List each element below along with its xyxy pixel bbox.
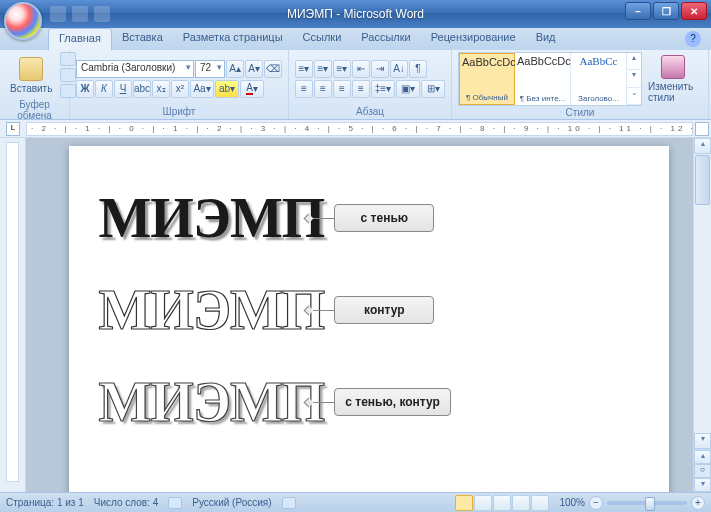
help-icon[interactable]: ? [685, 31, 701, 47]
tab-home[interactable]: Главная [48, 28, 112, 50]
font-color-button[interactable]: A▾ [240, 80, 264, 98]
indent-button[interactable]: ⇥ [371, 60, 389, 78]
prev-page-icon[interactable]: ▴ [694, 450, 711, 464]
status-page[interactable]: Страница: 1 из 1 [6, 497, 84, 508]
numbering-button[interactable]: ≡▾ [314, 60, 332, 78]
group-label-font: Шрифт [76, 105, 282, 119]
ruler-toggle-icon[interactable] [695, 122, 709, 136]
bullets-button[interactable]: ≡▾ [295, 60, 313, 78]
redo-icon[interactable] [94, 6, 110, 22]
web-layout-view[interactable] [493, 495, 511, 511]
sample-outline[interactable]: МИЭМП [99, 278, 325, 342]
tab-layout[interactable]: Разметка страницы [173, 28, 293, 50]
zoom-slider[interactable] [607, 501, 687, 505]
align-center-button[interactable]: ≡ [314, 80, 332, 98]
tab-mailings[interactable]: Рассылки [351, 28, 420, 50]
change-styles-icon [661, 55, 685, 79]
zoom-in-button[interactable]: + [691, 496, 705, 510]
draft-view[interactable] [531, 495, 549, 511]
title-bar: МИЭМП - Microsoft Word – ❐ ✕ [0, 0, 711, 28]
status-macro[interactable] [282, 497, 296, 509]
group-label-styles: Стили [458, 106, 702, 120]
shading-button[interactable]: ▣▾ [396, 80, 420, 98]
callout-shadow[interactable]: с тенью [334, 204, 434, 232]
proofing-icon [168, 497, 182, 509]
view-buttons [455, 495, 549, 511]
status-words[interactable]: Число слов: 4 [94, 497, 158, 508]
show-marks-button[interactable]: ¶ [409, 60, 427, 78]
group-paragraph: ≡▾ ≡▾ ≡▾ ⇤ ⇥ A↓ ¶ ≡ ≡ ≡ ≡ ‡≡▾ ▣▾ ⊞▾ [289, 50, 452, 119]
scroll-up-icon[interactable]: ▴ [694, 138, 711, 154]
sample-shadow-outline[interactable]: МИЭМП [99, 370, 325, 434]
change-case-button[interactable]: Aa▾ [190, 80, 214, 98]
group-label-paragraph: Абзац [295, 105, 445, 119]
italic-button[interactable]: К [95, 80, 113, 98]
align-right-button[interactable]: ≡ [333, 80, 351, 98]
gallery-scroll[interactable]: ▴▾⌄ [627, 53, 641, 105]
superscript-button[interactable]: x² [171, 80, 189, 98]
browse-select-icon[interactable]: ○ [694, 464, 711, 478]
callout-outline[interactable]: контур [334, 296, 434, 324]
ribbon-tabs: Главная Вставка Разметка страницы Ссылки… [0, 28, 711, 50]
shrink-font-button[interactable]: A▾ [245, 60, 263, 78]
tab-references[interactable]: Ссылки [293, 28, 352, 50]
grow-font-button[interactable]: A▴ [226, 60, 244, 78]
sample-shadow[interactable]: МИЭМП [99, 186, 325, 250]
style-normal[interactable]: AaBbCcDc ¶ Обычный [459, 53, 515, 105]
outline-view[interactable] [512, 495, 530, 511]
next-page-icon[interactable]: ▾ [694, 478, 711, 492]
sort-button[interactable]: A↓ [390, 60, 408, 78]
borders-button[interactable]: ⊞▾ [421, 80, 445, 98]
full-screen-view[interactable] [474, 495, 492, 511]
office-button[interactable] [4, 2, 42, 40]
group-styles: AaBbCcDc ¶ Обычный AaBbCcDc ¶ Без инте..… [452, 50, 709, 119]
vertical-ruler[interactable] [0, 138, 26, 492]
print-layout-view[interactable] [455, 495, 473, 511]
paste-button[interactable]: Вставить [6, 55, 56, 96]
vertical-scrollbar[interactable]: ▴ ▾ ▴ ○ ▾ [693, 138, 711, 492]
zoom-control: 100% − + [559, 496, 705, 510]
tab-selector[interactable]: L [6, 122, 20, 136]
maximize-button[interactable]: ❐ [653, 2, 679, 20]
status-proofing[interactable] [168, 497, 182, 509]
status-language[interactable]: Русский (Россия) [192, 497, 271, 508]
undo-icon[interactable] [72, 6, 88, 22]
page-viewport[interactable]: МИЭМП с тенью МИЭМП контур МИЭМП с тенью… [26, 138, 711, 492]
justify-button[interactable]: ≡ [352, 80, 370, 98]
line-spacing-button[interactable]: ‡≡▾ [371, 80, 395, 98]
ruler-bar: L · 2 · | · 1 · | · 0 · | · 1 · | · 2 · … [0, 120, 711, 138]
minimize-button[interactable]: – [625, 2, 651, 20]
callout-both[interactable]: с тенью, контур [334, 388, 451, 416]
tab-view[interactable]: Вид [526, 28, 566, 50]
tab-insert[interactable]: Вставка [112, 28, 173, 50]
ribbon: Вставить Буфер обмена Cambria (Заголовки… [0, 50, 711, 120]
bold-button[interactable]: Ж [76, 80, 94, 98]
group-clipboard: Вставить Буфер обмена [0, 50, 70, 119]
zoom-level[interactable]: 100% [559, 497, 585, 508]
close-button[interactable]: ✕ [681, 2, 707, 20]
strike-button[interactable]: abc [133, 80, 151, 98]
page[interactable]: МИЭМП с тенью МИЭМП контур МИЭМП с тенью… [69, 146, 669, 492]
style-heading1[interactable]: AaBbCc Заголово... [571, 53, 627, 105]
subscript-button[interactable]: x₂ [152, 80, 170, 98]
underline-button[interactable]: Ч [114, 80, 132, 98]
style-no-spacing[interactable]: AaBbCcDc ¶ Без инте... [515, 53, 571, 105]
paste-icon [19, 57, 43, 81]
zoom-out-button[interactable]: − [589, 496, 603, 510]
highlight-button[interactable]: ab▾ [215, 80, 239, 98]
horizontal-ruler[interactable]: · 2 · | · 1 · | · 0 · | · 1 · | · 2 · | … [26, 122, 693, 136]
save-icon[interactable] [50, 6, 66, 22]
status-bar: Страница: 1 из 1 Число слов: 4 Русский (… [0, 492, 711, 512]
paste-label: Вставить [10, 83, 52, 94]
scroll-down-icon[interactable]: ▾ [694, 433, 711, 449]
align-left-button[interactable]: ≡ [295, 80, 313, 98]
font-size-combo[interactable]: 72 [195, 60, 225, 78]
outdent-button[interactable]: ⇤ [352, 60, 370, 78]
font-name-combo[interactable]: Cambria (Заголовки) [76, 60, 194, 78]
styles-gallery[interactable]: AaBbCcDc ¶ Обычный AaBbCcDc ¶ Без инте..… [458, 52, 642, 106]
scroll-thumb[interactable] [695, 155, 710, 205]
multilevel-button[interactable]: ≡▾ [333, 60, 351, 78]
change-styles-button[interactable]: Изменить стили [644, 53, 702, 105]
clear-format-button[interactable]: ⌫ [264, 60, 282, 78]
tab-review[interactable]: Рецензирование [421, 28, 526, 50]
